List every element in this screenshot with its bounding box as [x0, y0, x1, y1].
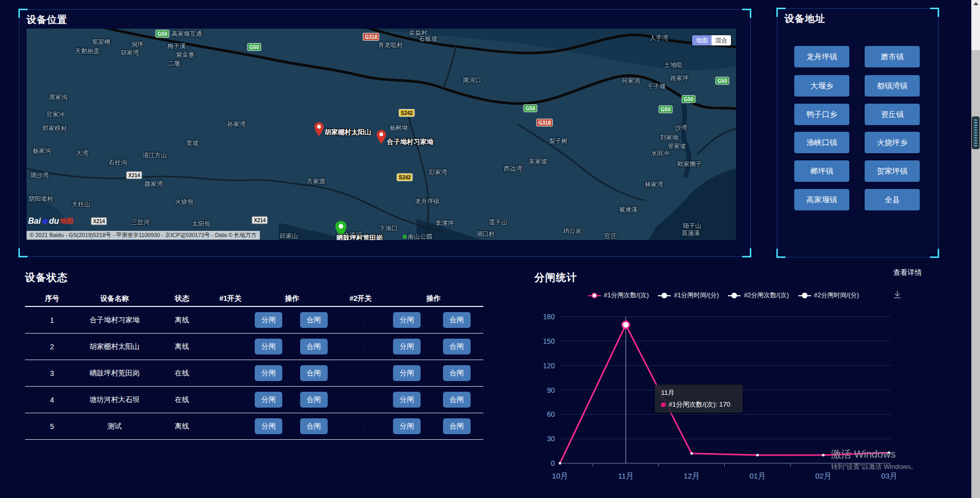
windows-watermark: 激活 Windows [831, 447, 896, 461]
table-row: 4 塘坊河村大石坝 在线 分闸 合闸 分闸 合闸 [25, 387, 483, 413]
map-place-label: 湖口村 [476, 230, 495, 239]
map-place-label: 三岔河 [131, 218, 150, 227]
status-text: 离线 [150, 422, 214, 431]
close-switch2-button[interactable]: 合闸 [443, 312, 471, 328]
col-sw2: #2开关 [337, 294, 384, 303]
svg-text:0: 0 [551, 459, 555, 467]
map-place-label: 杨树坳 [389, 124, 408, 132]
seq-cell: 1 [25, 316, 79, 324]
map-place-label: 石板坡 [419, 35, 437, 43]
open-switch2-button[interactable]: 分闸 [393, 418, 421, 434]
address-button-yazikou[interactable]: 鸭子口乡 [794, 104, 849, 125]
address-button-yuxiakou[interactable]: 渔峡口镇 [794, 132, 849, 153]
svg-text:02月: 02月 [815, 471, 831, 480]
chart-title: 分闸统计 [534, 271, 577, 284]
park-icon [403, 235, 407, 239]
address-button-quanxian[interactable]: 全县 [865, 189, 920, 210]
address-button-moshi[interactable]: 磨市镇 [865, 46, 920, 67]
road-badge: X214 [126, 172, 142, 179]
map-place-label: 笔架槽 [92, 38, 110, 46]
baidu-paw-icon [41, 218, 48, 225]
open-switch1-button[interactable]: 分闸 [255, 418, 282, 434]
open-switch2-button[interactable]: 分闸 [393, 312, 421, 328]
road-badge: G50 [682, 96, 696, 103]
table-row: 1 合子坳村习家坳 离线 分闸 合闸 分闸 合闸 [25, 307, 483, 334]
address-button-longzhouping[interactable]: 龙舟坪镇 [794, 46, 849, 67]
close-switch1-button[interactable]: 合闸 [300, 418, 328, 434]
road-badge: G50 [659, 106, 673, 113]
corner-decoration [18, 248, 28, 257]
device-location-title: 设备位置 [27, 13, 67, 27]
address-button-ziqiu[interactable]: 资丘镇 [865, 104, 920, 125]
corner-decoration [742, 9, 751, 18]
close-switch2-button[interactable]: 合闸 [443, 392, 471, 408]
col-seq: 序号 [25, 294, 79, 303]
close-switch2-button[interactable]: 合闸 [443, 365, 471, 381]
baidu-map[interactable]: 笔架槽 洞坪 天鹅抱蛋 胡家湾 高家堰互通 梅子溪 紫金寨 二墩 金益村 石板坡… [27, 29, 736, 240]
open-switch2-button[interactable]: 分闸 [393, 392, 421, 408]
map-place-label: 刘家坳 [660, 133, 678, 142]
address-button-duzhenwan[interactable]: 都镇湾镇 [865, 75, 920, 97]
windows-watermark-sub: 转到“设置”以激活 Windows。 [831, 462, 917, 471]
road-badge: G50 [156, 30, 169, 38]
map-place-label: 千子堰 [647, 82, 666, 91]
view-details-link[interactable]: 查看详情 [893, 268, 922, 277]
seq-cell: 5 [25, 422, 79, 431]
road-badge: X214 [91, 218, 107, 225]
map-place-label: 沙湾 [675, 124, 687, 132]
legend-marker-icon [798, 295, 811, 296]
map-pin-icon[interactable] [377, 129, 386, 145]
download-icon[interactable] [892, 290, 902, 300]
address-button-hejiaping[interactable]: 贺家坪镇 [865, 160, 920, 182]
col-status: 状态 [150, 294, 214, 303]
open-switch1-button[interactable]: 分闸 [255, 392, 282, 408]
map-type-hybrid-button[interactable]: 混合 [712, 35, 731, 45]
open-switch1-button[interactable]: 分闸 [255, 339, 282, 354]
road-badge: S242 [397, 174, 412, 181]
svg-text:01月: 01月 [749, 471, 766, 480]
address-button-huoshaoping[interactable]: 火烧坪乡 [865, 132, 920, 153]
legend-item-sw2-count[interactable]: #2分闸次数/(次) [728, 291, 789, 300]
close-switch1-button[interactable]: 合闸 [300, 365, 328, 381]
close-switch2-button[interactable]: 合闸 [443, 418, 471, 434]
map-type-control[interactable]: 地图 混合 [692, 35, 731, 45]
col-op2: 操作 [384, 294, 483, 303]
address-button-dayan[interactable]: 大堰乡 [794, 75, 849, 97]
close-switch2-button[interactable]: 合闸 [443, 339, 471, 354]
open-switch2-button[interactable]: 分闸 [393, 339, 421, 354]
svg-text:60: 60 [547, 410, 555, 418]
device-address-title: 设备地址 [785, 12, 825, 26]
corner-decoration [930, 8, 939, 17]
map-place-label: 火烧包 [175, 198, 193, 206]
map-place-label: 路家坪 [670, 74, 689, 83]
tooltip-title: 11月 [661, 388, 737, 397]
open-switch1-button[interactable]: 分闸 [255, 312, 282, 328]
road-badge: G50 [248, 43, 261, 51]
scrollbar-track[interactable] [971, 0, 980, 498]
road-badge: G318 [363, 33, 379, 41]
address-button-gaojiayan[interactable]: 高家堰镇 [794, 189, 849, 210]
open-switch1-button[interactable]: 分闸 [255, 365, 282, 381]
close-switch1-button[interactable]: 合闸 [300, 392, 328, 408]
scroll-up-arrow-icon[interactable] [973, 2, 978, 5]
col-op1: 操作 [247, 294, 337, 303]
map-place-label: 洞坪 [131, 40, 143, 49]
legend-item-sw1-time[interactable]: #1分闸时间/(分) [658, 291, 719, 300]
map-place-label: 颜家湾 [144, 180, 163, 188]
close-switch1-button[interactable]: 合闸 [300, 312, 328, 328]
map-pin-icon[interactable] [314, 122, 324, 137]
map-place-label: 龙舟坪镇 [415, 197, 439, 206]
address-button-langping[interactable]: 榔坪镇 [794, 160, 849, 182]
map-place-label: 人手湾 [650, 34, 668, 42]
road-badge: X214 [252, 217, 267, 224]
map-place-label: 何家淌 [622, 77, 640, 85]
legend-item-sw1-count[interactable]: #1分闸次数/(次) [588, 291, 649, 300]
legend-item-sw2-time[interactable]: #2分闸时间/(分) [798, 291, 859, 300]
close-switch1-button[interactable]: 合闸 [300, 339, 328, 354]
open-switch2-button[interactable]: 分闸 [393, 365, 421, 381]
scrollbar-thumb[interactable] [972, 116, 979, 149]
map-place-label: 贯坡 [186, 139, 199, 148]
map-place-label: 欧家圈子 [677, 160, 702, 169]
scrollbar-top[interactable] [971, 0, 980, 50]
map-type-map-button[interactable]: 地图 [692, 35, 712, 45]
